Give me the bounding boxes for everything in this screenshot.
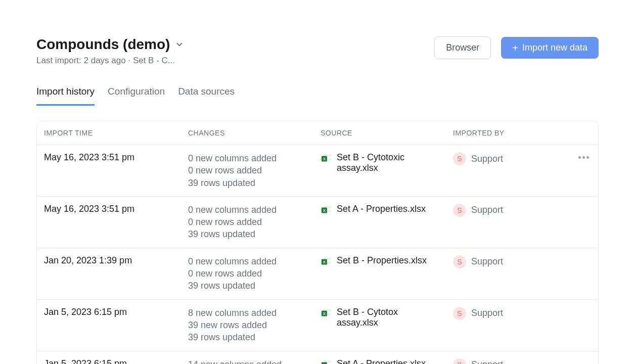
change-line: 0 new rows added — [188, 164, 321, 176]
cell-imported-by: S Support — [453, 204, 591, 217]
cell-source: X Set B - Cytotox assay.xlsx — [321, 307, 453, 328]
change-line: 39 rows updated — [188, 177, 321, 189]
change-line: 0 new columns added — [188, 255, 321, 267]
browser-button[interactable]: Browser — [434, 36, 491, 59]
chevron-down-icon[interactable] — [175, 40, 184, 49]
user-name: Support — [471, 359, 503, 364]
source-filename: Set B - Cytotox assay.xlsx — [337, 307, 438, 328]
import-button-label: Import new data — [522, 42, 587, 53]
user-name: Support — [471, 256, 503, 267]
table-row: May 16, 2023 3:51 pm 0 new columns added… — [37, 145, 598, 197]
change-line: 14 new columns added — [188, 358, 321, 364]
user-name: Support — [471, 205, 503, 215]
svg-text:X: X — [323, 157, 326, 161]
excel-file-icon: X — [321, 153, 332, 164]
cell-imported-by: S Support — [453, 358, 591, 364]
browser-button-label: Browser — [446, 42, 479, 53]
avatar: S — [453, 152, 466, 165]
cell-import-time: May 16, 2023 3:51 pm — [44, 152, 188, 163]
change-line: 0 new rows added — [188, 267, 321, 280]
change-line: 39 rows updated — [188, 280, 321, 292]
cell-import-time: Jan 5, 2023 6:15 pm — [44, 307, 188, 317]
avatar: S — [453, 358, 466, 364]
source-filename: Set A - Properties.xlsx — [337, 204, 426, 214]
excel-file-icon: X — [321, 256, 332, 267]
cell-import-time: Jan 20, 2023 1:39 pm — [44, 255, 188, 266]
th-changes: CHANGES — [188, 129, 321, 137]
change-line: 0 new columns added — [188, 204, 321, 216]
th-import-time: IMPORT TIME — [44, 129, 188, 137]
cell-imported-by: S Support — [453, 255, 591, 268]
source-filename: Set A - Properties.xlsx — [337, 358, 426, 364]
cell-changes: 0 new columns added0 new rows added39 ro… — [188, 152, 321, 189]
cell-changes: 14 new columns added39 new rows added — [188, 358, 321, 364]
tab-import-history[interactable]: Import history — [36, 86, 95, 106]
user-name: Support — [471, 154, 503, 164]
import-history-table: IMPORT TIME CHANGES SOURCE IMPORTED BY M… — [36, 121, 599, 364]
change-line: 39 new rows added — [188, 319, 321, 331]
source-filename: Set B - Cytotoxic assay.xlsx — [337, 152, 438, 173]
user-name: Support — [471, 308, 503, 318]
title-row: Compounds (demo) — [36, 36, 184, 53]
th-source: SOURCE — [321, 129, 453, 137]
more-icon[interactable] — [578, 156, 589, 159]
cell-changes: 8 new columns added39 new rows added39 r… — [188, 307, 321, 344]
cell-source: X Set B - Properties.xlsx — [321, 255, 453, 267]
tabs: Import historyConfigurationData sources — [36, 86, 599, 106]
change-line: 0 new rows added — [188, 216, 321, 228]
cell-import-time: Jan 5, 2023 6:15 pm — [44, 358, 188, 364]
table-header: IMPORT TIME CHANGES SOURCE IMPORTED BY — [37, 121, 598, 145]
cell-source: X Set B - Cytotoxic assay.xlsx — [321, 152, 453, 173]
plus-icon: + — [512, 43, 518, 53]
page-title: Compounds (demo) — [36, 36, 170, 53]
table-row: Jan 5, 2023 6:15 pm 8 new columns added3… — [37, 300, 598, 351]
avatar: S — [453, 204, 466, 217]
header-left: Compounds (demo) Last import: 2 days ago… — [36, 36, 184, 66]
change-line: 39 rows updated — [188, 331, 321, 343]
page-subtitle: Last import: 2 days ago · Set B - C... — [36, 56, 184, 66]
tab-configuration[interactable]: Configuration — [108, 86, 165, 106]
source-filename: Set B - Properties.xlsx — [337, 255, 427, 266]
svg-text:X: X — [323, 311, 326, 315]
avatar: S — [453, 307, 466, 320]
change-line: 0 new columns added — [188, 152, 321, 164]
table-row: May 16, 2023 3:51 pm 0 new columns added… — [37, 197, 598, 248]
excel-file-icon: X — [321, 308, 332, 319]
header-actions: Browser + Import new data — [434, 36, 599, 59]
cell-source: X Set A - Properties.xlsx — [321, 358, 453, 364]
cell-changes: 0 new columns added0 new rows added39 ro… — [188, 204, 321, 241]
table-row: Jan 5, 2023 6:15 pm 14 new columns added… — [37, 351, 598, 364]
excel-file-icon: X — [321, 359, 332, 364]
cell-imported-by: S Support — [453, 152, 591, 165]
cell-imported-by: S Support — [453, 307, 591, 320]
th-imported-by: IMPORTED BY — [453, 129, 591, 137]
svg-text:X: X — [323, 260, 326, 264]
change-line: 39 rows updated — [188, 228, 321, 240]
avatar: S — [453, 255, 466, 268]
excel-file-icon: X — [321, 205, 332, 216]
cell-changes: 0 new columns added0 new rows added39 ro… — [188, 255, 321, 292]
tab-data-sources[interactable]: Data sources — [178, 86, 235, 106]
table-row: Jan 20, 2023 1:39 pm 0 new columns added… — [37, 248, 598, 300]
svg-text:X: X — [323, 208, 326, 213]
cell-import-time: May 16, 2023 3:51 pm — [44, 204, 188, 214]
cell-source: X Set A - Properties.xlsx — [321, 204, 453, 216]
change-line: 8 new columns added — [188, 307, 321, 319]
import-new-data-button[interactable]: + Import new data — [501, 37, 599, 59]
page-header: Compounds (demo) Last import: 2 days ago… — [36, 36, 599, 66]
